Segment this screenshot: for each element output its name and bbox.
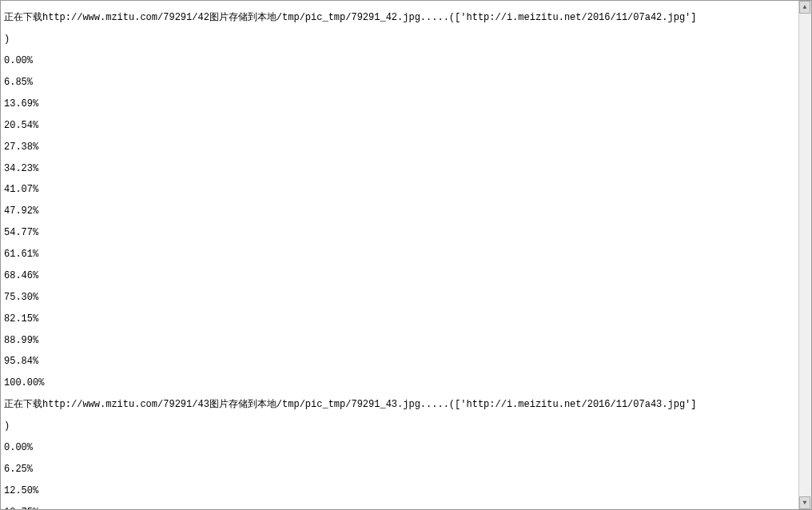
progress-line: 61.61% — [4, 249, 795, 260]
progress-line: 27.38% — [4, 142, 795, 153]
output-line: ) — [4, 421, 795, 432]
output-line: 正在下载http://www.mzitu.com/79291/43图片存储到本地… — [4, 400, 795, 410]
progress-line: 88.99% — [4, 336, 795, 346]
progress-line: 6.25% — [4, 464, 795, 475]
progress-line: 75.30% — [4, 293, 795, 303]
scrollbar-track[interactable] — [799, 14, 811, 496]
vertical-scrollbar[interactable]: ▲ ▼ — [798, 1, 811, 509]
progress-line: 34.23% — [4, 164, 795, 174]
progress-line: 12.50% — [4, 486, 795, 496]
terminal-window: 正在下载http://www.mzitu.com/79291/42图片存储到本地… — [0, 0, 812, 510]
output-line: ) — [4, 34, 795, 45]
progress-line: 13.69% — [4, 99, 795, 110]
progress-line: 41.07% — [4, 185, 795, 195]
progress-line: 20.54% — [4, 121, 795, 131]
progress-line: 95.84% — [4, 357, 795, 367]
scroll-down-button[interactable]: ▼ — [799, 496, 810, 509]
output-line: 正在下载http://www.mzitu.com/79291/42图片存储到本地… — [4, 13, 795, 23]
progress-line: 54.77% — [4, 228, 795, 238]
progress-line: 100.00% — [4, 378, 795, 388]
progress-line: 6.85% — [4, 78, 795, 88]
progress-line: 82.15% — [4, 314, 795, 325]
progress-line: 0.00% — [4, 56, 795, 66]
progress-line: 0.00% — [4, 443, 795, 453]
terminal-output[interactable]: 正在下载http://www.mzitu.com/79291/42图片存储到本地… — [1, 1, 798, 509]
progress-line: 47.92% — [4, 206, 795, 217]
scroll-up-button[interactable]: ▲ — [799, 1, 810, 14]
progress-line: 68.46% — [4, 271, 795, 281]
progress-line: 18.75% — [4, 508, 795, 509]
